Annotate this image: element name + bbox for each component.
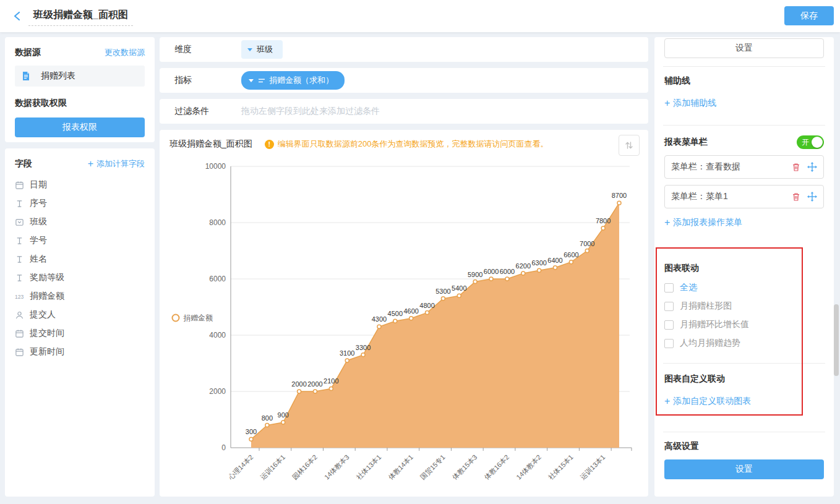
warning-banner: 编辑界面只取数据源前200条作为查询数据预览，完整数据请访问页面查看。 <box>265 139 549 150</box>
metric-pill[interactable]: 捐赠金额（求和） <box>241 71 345 90</box>
svg-text:3300: 3300 <box>356 344 371 351</box>
field-label: 提交人 <box>30 309 56 320</box>
divider <box>663 432 825 432</box>
text-icon <box>15 255 30 264</box>
permission-title: 数据获取权限 <box>15 98 145 109</box>
move-icon[interactable] <box>807 162 817 172</box>
page-title: 班级捐赠金额_面积图 <box>28 7 133 26</box>
fields-panel: 字段 添加计算字段 日期序号班级学号姓名奖励等级123捐赠金额提交人提交时间更新… <box>5 148 155 497</box>
linkage-option[interactable]: 月捐赠环比增长值 <box>664 320 824 330</box>
back-button[interactable] <box>7 6 28 27</box>
svg-text:2000: 2000 <box>209 387 226 396</box>
scrollbar-thumb[interactable] <box>834 304 839 376</box>
top-bar: 班级捐赠金额_面积图 保存 <box>0 0 840 32</box>
field-label: 学号 <box>30 235 47 246</box>
field-item[interactable]: 提交时间 <box>15 324 145 343</box>
metric-row: 指标 捐赠金额（求和） <box>160 68 648 93</box>
field-item[interactable]: 更新时间 <box>15 343 145 361</box>
menu-bar-item-label: 菜单栏：菜单1 <box>671 191 785 202</box>
linkage-option-label: 人均月捐赠趋势 <box>680 338 740 349</box>
field-label: 序号 <box>30 198 47 209</box>
checkbox-icon[interactable] <box>664 302 674 311</box>
number-icon: 123 <box>15 293 30 300</box>
menu-bar-item-label: 菜单栏：查看数据 <box>671 161 785 173</box>
sort-button[interactable] <box>619 135 640 156</box>
save-button[interactable]: 保存 <box>784 6 834 25</box>
filter-row[interactable]: 过滤条件 拖动左侧字段到此处来添加过滤条件 <box>160 99 648 124</box>
checkbox-icon[interactable] <box>664 283 674 293</box>
aux-line-title: 辅助线 <box>664 75 824 87</box>
delete-icon[interactable] <box>791 192 801 202</box>
svg-text:14体教本2: 14体教本2 <box>515 453 542 481</box>
caret-down-icon <box>247 48 252 51</box>
datasource-item[interactable]: 捐赠列表 <box>15 66 145 87</box>
add-aux-line-link[interactable]: 添加辅助线 <box>664 98 824 109</box>
sort-icon <box>624 140 634 150</box>
field-item[interactable]: 序号 <box>15 194 145 213</box>
divider <box>663 125 825 126</box>
linkage-option[interactable]: 人均月捐赠趋势 <box>664 338 824 348</box>
svg-text:运训16本1: 运训16本1 <box>259 453 286 481</box>
add-report-menu-link[interactable]: 添加报表操作菜单 <box>664 217 824 228</box>
field-item[interactable]: 学号 <box>15 231 145 250</box>
dimension-pill[interactable]: 班级 <box>241 40 283 59</box>
menu-items-list: 菜单栏：查看数据菜单栏：菜单1 <box>664 155 824 208</box>
back-icon <box>12 10 24 22</box>
svg-text:6600: 6600 <box>564 251 578 258</box>
warning-icon <box>265 140 274 149</box>
field-item[interactable]: 提交人 <box>15 305 145 324</box>
svg-text:5400: 5400 <box>452 284 466 292</box>
area-chart[interactable]: 0200040006000800010000300800900200020002… <box>166 158 642 489</box>
svg-text:心理14本2: 心理14本2 <box>226 453 255 482</box>
caret-down-icon <box>249 79 254 82</box>
metric-value: 捐赠金额（求和） <box>269 75 333 86</box>
svg-text:体教14本1: 体教14本1 <box>387 453 415 482</box>
svg-text:6400: 6400 <box>547 257 562 264</box>
svg-text:国贸15专1: 国贸15专1 <box>419 453 447 481</box>
settings-button[interactable]: 设置 <box>664 38 824 58</box>
svg-text:4500: 4500 <box>388 310 403 317</box>
datasource-title: 数据源 <box>15 47 41 58</box>
linkage-option[interactable]: 全选 <box>664 283 824 293</box>
move-icon[interactable] <box>807 192 817 202</box>
svg-text:8000: 8000 <box>209 218 226 227</box>
svg-text:6200: 6200 <box>516 262 531 270</box>
text-icon <box>15 273 30 283</box>
field-label: 更新时间 <box>30 346 64 357</box>
person-icon <box>15 310 30 320</box>
menu-bar-toggle[interactable]: 开 <box>797 135 824 149</box>
delete-icon[interactable] <box>791 162 801 172</box>
advanced-settings-button[interactable]: 设置 <box>664 459 824 479</box>
svg-text:运训13本1: 运训13本1 <box>579 453 607 481</box>
filter-placeholder: 拖动左侧字段到此处来添加过滤条件 <box>241 106 380 117</box>
field-label: 捐赠金额 <box>30 291 64 302</box>
add-calc-field-link[interactable]: 添加计算字段 <box>88 158 145 169</box>
field-label: 奖励等级 <box>30 272 64 283</box>
field-label: 班级 <box>30 216 47 228</box>
field-item[interactable]: 日期 <box>15 176 145 194</box>
change-datasource-link[interactable]: 更改数据源 <box>105 47 145 58</box>
svg-text:300: 300 <box>246 428 257 435</box>
warning-text: 编辑界面只取数据源前200条作为查询数据预览，完整数据请访问页面查看。 <box>278 139 549 150</box>
field-item[interactable]: 123捐赠金额 <box>15 287 145 305</box>
field-item[interactable]: 班级 <box>15 213 145 231</box>
svg-text:0: 0 <box>221 443 226 452</box>
svg-text:4800: 4800 <box>419 302 434 309</box>
svg-text:14体教本3: 14体教本3 <box>323 453 351 481</box>
svg-text:社体15本1: 社体15本1 <box>547 453 575 481</box>
checkbox-icon[interactable] <box>664 320 674 330</box>
linkage-option[interactable]: 月捐赠柱形图 <box>664 301 824 311</box>
toggle-on-label: 开 <box>802 137 809 148</box>
report-permission-button[interactable]: 报表权限 <box>15 117 145 137</box>
svg-text:800: 800 <box>262 414 273 422</box>
field-item[interactable]: 姓名 <box>15 250 145 268</box>
add-custom-linkage-link[interactable]: 添加自定义联动图表 <box>664 396 824 407</box>
add-icon <box>88 159 93 169</box>
metric-label: 指标 <box>174 75 241 86</box>
svg-text:6000: 6000 <box>500 268 515 275</box>
field-item[interactable]: 奖励等级 <box>15 268 145 287</box>
svg-text:4300: 4300 <box>372 315 387 323</box>
field-label: 姓名 <box>30 254 47 265</box>
checkbox-icon[interactable] <box>664 339 674 348</box>
toggle-knob <box>812 137 823 148</box>
